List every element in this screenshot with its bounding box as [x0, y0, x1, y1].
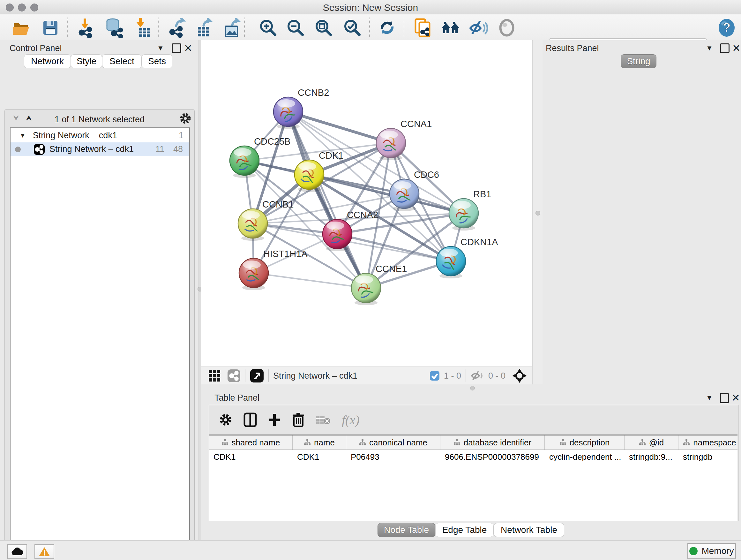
string-network-icon — [33, 144, 45, 155]
table-options-gear-icon[interactable] — [219, 413, 232, 427]
hide-selected-button[interactable] — [467, 18, 490, 37]
tab-node-table[interactable]: Node Table — [378, 523, 435, 537]
node-label-CCNB2: CCNB2 — [298, 87, 329, 98]
network-share-view-icon[interactable] — [227, 369, 241, 382]
table-panel: Table Panel ▼ ✕ — [201, 391, 741, 540]
edge-CCNA2-CDKN1A[interactable] — [337, 234, 451, 261]
node-CCNB1[interactable]: CCNB1 — [238, 199, 293, 241]
network-row[interactable]: String Network – cdk1 11 48 — [10, 142, 189, 156]
import-network-database-button[interactable] — [102, 18, 125, 37]
horizontal-splitter-handle[interactable] — [470, 386, 475, 390]
import-network-icon — [77, 18, 97, 38]
column-header-@id[interactable]: @id — [624, 435, 678, 449]
results-panel-menu-button[interactable]: ▼ — [706, 44, 713, 52]
tab-style[interactable]: Style — [71, 54, 102, 68]
show-hidden-button[interactable] — [495, 18, 518, 37]
footer-separator — [245, 369, 246, 382]
warnings-button[interactable] — [35, 544, 54, 559]
memory-button[interactable]: Memory — [687, 543, 736, 559]
right-splitter-handle[interactable] — [536, 211, 540, 215]
node-label-CCNB1: CCNB1 — [262, 199, 293, 209]
toolbar-separator — [244, 17, 245, 37]
column-header-shared-name[interactable]: shared name — [209, 435, 293, 449]
tab-string[interactable]: String — [621, 54, 657, 68]
export-table-button[interactable] — [193, 18, 216, 37]
column-header-namespace[interactable]: namespace — [678, 435, 738, 449]
fit-content-crosshair-icon[interactable] — [512, 368, 527, 383]
network-list: ▼ String Network – cdk1 1 String Network… — [10, 127, 190, 560]
network-canvas[interactable]: CCNB2CCNA1CDC25BCDK1CDC6RB1CCNB1CCNA2CDK… — [201, 40, 532, 367]
network-name: String Network – cdk1 — [50, 144, 134, 154]
node-HIST1H1A[interactable]: HIST1H1A — [239, 249, 308, 290]
selected-count: 1 - 0 — [444, 371, 461, 381]
node-CDC25B[interactable]: CDC25B — [230, 136, 290, 178]
edge-CCNB2-CCNA1[interactable] — [288, 112, 391, 143]
zoom-out-button[interactable] — [284, 18, 307, 37]
clone-network-icon — [413, 18, 433, 38]
import-table-file-button[interactable] — [131, 18, 154, 37]
column-type-icon — [359, 439, 366, 446]
refresh-view-button[interactable] — [376, 18, 399, 37]
export-image-button[interactable] — [220, 18, 243, 37]
first-neighbors-button[interactable] — [440, 18, 462, 37]
create-column-plus-icon[interactable] — [268, 413, 281, 427]
help-button[interactable]: ? — [715, 18, 738, 37]
node-CCNE1[interactable]: CCNE1 — [351, 264, 407, 305]
table-row[interactable]: CDK1CDK1P064939606.ENSP00000378699cyclin… — [209, 450, 738, 463]
float-panel-button[interactable] — [172, 44, 181, 53]
show-columns-icon[interactable] — [244, 413, 257, 427]
save-session-button[interactable] — [39, 18, 62, 37]
table-panel-menu-button[interactable]: ▼ — [706, 394, 713, 402]
network-results-splitter[interactable] — [532, 40, 543, 391]
node-CCNA1[interactable]: CCNA1 — [376, 119, 432, 160]
delete-column-trash-icon[interactable] — [292, 412, 305, 428]
close-table-panel-button[interactable]: ✕ — [731, 392, 740, 404]
cloud-status-button[interactable] — [7, 544, 27, 559]
close-results-panel-button[interactable]: ✕ — [732, 42, 741, 54]
zoom-in-button[interactable] — [257, 18, 280, 37]
tab-network-table[interactable]: Network Table — [494, 523, 564, 537]
float-results-panel-button[interactable] — [720, 44, 730, 53]
export-network-button[interactable] — [166, 18, 189, 37]
network-options-gear-icon[interactable] — [179, 112, 192, 125]
tab-select[interactable]: Select — [102, 54, 142, 68]
string-network-graph[interactable]: CCNB2CCNA1CDC25BCDK1CDC6RB1CCNB1CCNA2CDK… — [201, 40, 532, 367]
collection-expander-icon[interactable]: ▼ — [19, 132, 26, 139]
column-header-description[interactable]: description — [545, 435, 624, 449]
node-label-CDK1: CDK1 — [319, 150, 343, 161]
column-type-icon — [639, 439, 646, 446]
edge-HIST1H1A-CCNE1[interactable] — [254, 273, 366, 288]
tab-edge-table[interactable]: Edge Table — [435, 523, 494, 537]
clone-network-button[interactable] — [411, 18, 434, 37]
zoom-selected-button[interactable] — [341, 18, 364, 37]
window-title: Session: New Session — [0, 2, 741, 13]
tab-network[interactable]: Network — [24, 54, 71, 68]
zoom-fit-button[interactable] — [312, 18, 335, 37]
grid-view-icon[interactable] — [208, 369, 221, 382]
cloud-icon — [11, 548, 23, 556]
tab-sets[interactable]: Sets — [142, 54, 172, 68]
column-header-database-identifier[interactable]: database identifier — [441, 435, 545, 449]
import-network-file-button[interactable] — [75, 18, 98, 37]
houses-icon — [441, 18, 461, 37]
column-header-name[interactable]: name — [293, 435, 346, 449]
delete-table-icon — [316, 414, 331, 426]
collection-row[interactable]: ▼ String Network – cdk1 1 — [10, 129, 189, 142]
open-session-button[interactable] — [10, 18, 33, 37]
node-RB1[interactable]: RB1 — [449, 189, 491, 231]
float-table-panel-button[interactable] — [720, 393, 729, 403]
network-node-count: 11 — [155, 144, 164, 154]
node-label-CCNA2: CCNA2 — [347, 210, 378, 220]
application-window: Session: New Session — [0, 0, 741, 560]
birds-eye-view-icon[interactable] — [250, 369, 264, 383]
node-CDKN1A[interactable]: CDKN1A — [436, 237, 498, 278]
control-panel-menu-button[interactable]: ▼ — [157, 44, 164, 52]
selected-checkbox-icon[interactable] — [429, 370, 440, 381]
memory-status-dot — [689, 547, 697, 555]
zoom-out-icon — [286, 18, 305, 37]
open-folder-icon — [12, 19, 31, 37]
results-panel-title: Results Panel — [546, 44, 599, 53]
column-header-canonical-name[interactable]: canonical name — [346, 435, 441, 449]
table-panel-title: Table Panel — [214, 393, 259, 403]
close-panel-button[interactable]: ✕ — [184, 42, 192, 54]
